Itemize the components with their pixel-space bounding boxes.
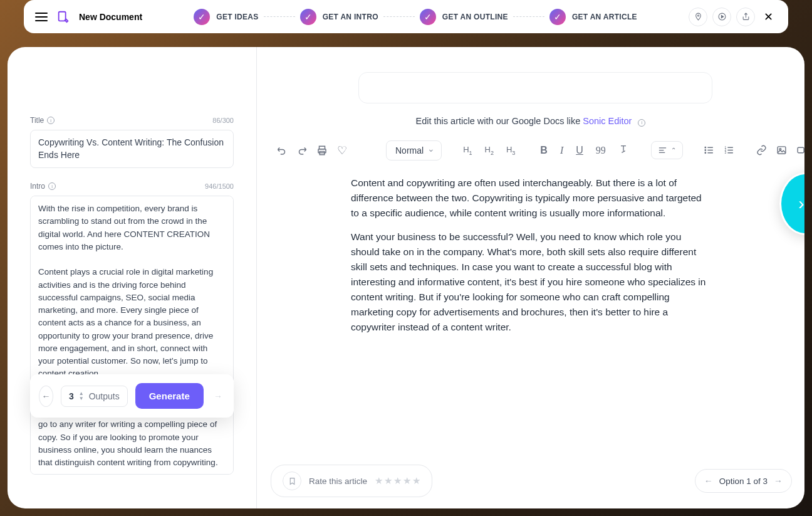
document-title: New Document	[79, 12, 142, 22]
step-divider	[383, 16, 415, 17]
main-content: Title i 86/300 Intro i 946/1500 ← 3 ▲▼ O…	[8, 47, 804, 508]
outputs-label: Outputs	[89, 391, 120, 401]
sonic-editor-link[interactable]: Sonic Editor	[583, 116, 632, 126]
step-get-intro[interactable]: ✓ GET AN INTRO	[300, 9, 378, 25]
rate-label: Rate this article	[309, 477, 367, 486]
step-label: GET IDEAS	[216, 13, 258, 21]
prev-arrow-button[interactable]: ←	[39, 386, 53, 407]
option-nav: ← Option 1 of 3 →	[695, 469, 792, 493]
intro-label: Intro i	[30, 182, 56, 191]
underline-button[interactable]: U	[573, 144, 586, 157]
svg-point-9	[705, 147, 705, 148]
next-arrow-button[interactable]: →	[211, 386, 225, 407]
style-select[interactable]: Normal	[386, 140, 442, 161]
generate-button[interactable]: Generate	[135, 383, 204, 409]
menu-icon[interactable]	[35, 13, 48, 21]
check-icon: ✓	[549, 9, 566, 25]
share-icon[interactable]	[736, 8, 755, 26]
top-actions: ✕	[689, 8, 777, 26]
intro-field-header: Intro i 946/1500	[30, 182, 234, 191]
stepper-icon[interactable]: ▲▼	[79, 391, 84, 401]
redo-icon[interactable]	[296, 144, 308, 157]
title-label: Title i	[30, 116, 55, 125]
workflow-steps: ✓ GET IDEAS ✓ GET AN INTRO ✓ GET AN OUTL…	[151, 9, 680, 25]
step-get-ideas[interactable]: ✓ GET IDEAS	[194, 9, 258, 25]
svg-rect-0	[59, 11, 66, 21]
h1-button[interactable]: H1	[461, 144, 474, 157]
top-bar: New Document ✓ GET IDEAS ✓ GET AN INTRO …	[24, 0, 788, 33]
print-icon[interactable]	[316, 144, 328, 157]
h2-button[interactable]: H2	[482, 144, 496, 157]
info-icon[interactable]: i	[48, 182, 56, 190]
article-paragraph: Content and copywriting are often used i…	[351, 176, 710, 221]
h3-button[interactable]: H3	[504, 144, 518, 157]
star-icon[interactable]: ★	[384, 475, 392, 487]
title-counter: 86/300	[212, 117, 234, 124]
left-panel: Title i 86/300 Intro i 946/1500 ← 3 ▲▼ O…	[8, 47, 257, 508]
intro-counter: 946/1500	[205, 182, 234, 190]
svg-rect-21	[778, 147, 786, 154]
editor-hint: Edit this article with our Google Docs l…	[257, 47, 804, 135]
intro-textarea[interactable]	[30, 196, 234, 475]
article-paragraph: Want your business to be successful? Wel…	[351, 229, 710, 335]
star-icon[interactable]: ★	[393, 475, 402, 487]
step-get-outline[interactable]: ✓ GET AN OUTLINE	[420, 9, 508, 25]
close-icon[interactable]: ✕	[760, 10, 777, 24]
step-label: GET AN OUTLINE	[442, 13, 508, 21]
step-get-article[interactable]: ✓ GET AN ARTICLE	[549, 9, 637, 25]
clear-format-button[interactable]	[616, 143, 631, 158]
quote-button[interactable]: 99	[593, 144, 608, 157]
heart-icon[interactable]: ♡	[336, 144, 348, 157]
outputs-number: 3	[69, 391, 74, 401]
info-icon[interactable]: i	[638, 119, 645, 127]
rate-box: Rate this article ★ ★ ★ ★ ★	[271, 465, 432, 497]
step-label: GET AN INTRO	[323, 13, 378, 21]
check-icon: ✓	[194, 9, 210, 25]
star-icon[interactable]: ★	[375, 475, 383, 487]
undo-icon[interactable]	[276, 144, 288, 157]
align-button[interactable]: ⌃	[651, 141, 683, 159]
star-icon[interactable]: ★	[403, 475, 411, 487]
check-icon: ✓	[300, 9, 316, 25]
play-icon[interactable]	[712, 8, 731, 26]
link-icon[interactable]	[756, 144, 768, 157]
svg-rect-23	[798, 147, 804, 153]
outputs-stepper[interactable]: 3 ▲▼ Outputs	[61, 386, 128, 407]
svg-text:3: 3	[725, 151, 727, 154]
star-rating[interactable]: ★ ★ ★ ★ ★	[375, 475, 420, 487]
editor-toolbar: ♡ Normal H1 H2 H3 B I U 99 ⌃	[257, 135, 804, 169]
italic-button[interactable]: I	[558, 144, 566, 157]
pin-icon[interactable]	[689, 8, 707, 26]
step-divider	[264, 16, 295, 17]
bold-button[interactable]: B	[538, 144, 550, 157]
next-option-button[interactable]: →	[774, 476, 783, 486]
generate-bar: ← 3 ▲▼ Outputs Generate →	[30, 374, 234, 418]
step-label: GET AN ARTICLE	[572, 13, 637, 21]
star-icon[interactable]: ★	[412, 475, 420, 487]
check-icon: ✓	[420, 9, 436, 25]
info-icon[interactable]: i	[47, 117, 55, 124]
video-icon[interactable]	[796, 144, 804, 157]
right-panel: Edit this article with our Google Docs l…	[257, 47, 804, 508]
step-divider	[513, 16, 544, 17]
option-label: Option 1 of 3	[719, 477, 768, 486]
title-field-header: Title i 86/300	[30, 116, 234, 125]
svg-point-1	[697, 15, 699, 16]
editor-body[interactable]: Content and copywriting are often used i…	[257, 169, 804, 509]
prev-option-button[interactable]: ←	[704, 476, 713, 486]
bookmark-icon[interactable]	[283, 471, 301, 490]
svg-point-11	[705, 150, 705, 150]
svg-point-13	[705, 152, 705, 153]
bottom-bar: Rate this article ★ ★ ★ ★ ★ ← Option 1 o…	[271, 465, 792, 497]
image-icon[interactable]	[776, 144, 788, 157]
document-icon	[56, 10, 70, 24]
numbered-list-icon[interactable]: 123	[723, 144, 736, 157]
bullet-list-icon[interactable]	[703, 144, 716, 157]
title-input[interactable]	[30, 130, 234, 168]
